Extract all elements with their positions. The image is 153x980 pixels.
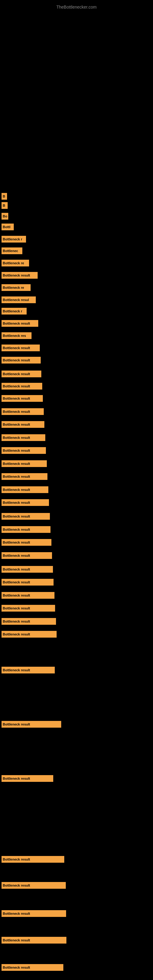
bottleneck-bar: Bottleneck result [2,499,49,506]
bottleneck-bar: Bottleneck result [2,605,55,612]
site-title: TheBottlenecker.com [56,2,97,11]
bar-row: Bottleneck r [2,308,27,315]
bar-row: Bottleneck result [2,667,55,673]
bar-row: Bottleneck result [2,605,55,612]
bottleneck-bar: Bottleneck res [2,332,32,339]
bottleneck-bar: Bottleneck result [2,320,38,327]
bar-row: Bottleneck r [2,236,26,243]
bar-label: Bo [3,215,7,218]
bottleneck-bar: Bottleneck resul [2,296,36,303]
bar-label: Bottleneck result [3,580,30,584]
bottleneck-bar: Bottleneck result [2,539,51,546]
bottleneck-bar: Bottleneck result [2,592,54,599]
bar-row: Bottleneck result [2,272,38,279]
bar-row: Bottleneck result [2,383,42,390]
bar-label: Bottleneck result [3,541,30,544]
bottleneck-bar: Bottleneck result [2,383,42,390]
bottleneck-bar: Bottleneck result [2,910,66,917]
bar-row: Bottleneck result [2,395,43,402]
bottleneck-bar: Bottleneck result [2,395,43,402]
bottleneck-bar: Bottl [2,224,14,230]
bar-row: B [2,202,8,209]
bottleneck-bar: Bottleneck result [2,434,45,441]
bottleneck-bar: Bottleneck result [2,631,57,638]
bar-label: Bottleneck result [3,501,30,504]
bar-row: Bottleneck res [2,332,32,339]
bar-label: Bottleneck resul [3,298,29,302]
bar-label: Bottlenec [3,249,18,253]
bar-row: Bottleneck resul [2,296,36,303]
bar-row: Bottleneck result [2,345,40,351]
bar-row: Bottlenec [2,247,22,254]
bar-row: Bottleneck result [2,856,64,863]
bar-label: Bottleneck result [3,358,30,362]
bar-label: Bottleneck result [3,776,30,780]
bottleneck-bar: Bottleneck result [2,513,50,520]
bottleneck-bar: Bottleneck result [2,345,40,351]
bar-row: Bottleneck result [2,618,56,625]
bar-label: Bottleneck result [3,514,30,518]
bar-label: Bottleneck result [3,528,30,531]
bar-label: B [3,194,5,198]
bar-label: Bottleneck r [3,309,22,313]
bar-label: Bottleneck result [3,606,30,610]
bar-label: Bottleneck result [3,488,30,492]
bottleneck-bar: Bottleneck result [2,856,64,863]
bottleneck-bar: Bottleneck result [2,618,56,625]
bar-label: Bottleneck re [3,261,24,265]
bottleneck-bar: Bottleneck result [2,421,45,428]
bar-row: Bottleneck re [2,260,29,266]
bar-label: Bottleneck result [3,321,30,325]
bar-row: Bottleneck re [2,284,30,291]
bar-label: Bottleneck result [3,722,30,726]
bar-label: Bottleneck result [3,384,30,388]
bar-row: Bottleneck result [2,434,45,441]
bar-label: Bottleneck res [3,334,26,337]
bar-label: Bottleneck result [3,346,30,350]
bar-label: Bottleneck result [3,939,30,942]
bar-row: Bottleneck result [2,460,47,467]
bar-row: Bottleneck result [2,631,57,638]
bar-label: Bottleneck r [3,237,22,241]
bottleneck-bar: B [2,202,8,209]
bar-label: Bottleneck result [3,620,30,623]
bottleneck-bar: Bottleneck result [2,552,52,559]
bottleneck-bar: Bottleneck r [2,308,27,315]
bottleneck-bar: Bottleneck result [2,721,61,728]
bar-row: Bottleneck result [2,371,41,377]
bar-label: Bottleneck result [3,274,30,277]
bar-label: Bottleneck result [3,462,30,466]
bar-row: Bottleneck result [2,910,66,917]
bottleneck-bar: Bottleneck result [2,447,46,454]
bar-row: Bottleneck result [2,486,48,493]
bar-label: Bottleneck result [3,410,30,414]
bottleneck-bar: Bo [2,213,8,220]
bottleneck-bar: Bottleneck result [2,486,48,493]
bottleneck-bar: Bottleneck result [2,964,63,971]
bottleneck-bar: Bottleneck result [2,272,38,279]
bar-label: B [3,204,5,207]
bar-row: Bottleneck result [2,937,66,943]
bottleneck-bar: Bottleneck result [2,357,41,364]
bottleneck-bar: Bottleneck result [2,460,47,467]
bar-label: Bottleneck result [3,858,30,861]
bar-row: Bottleneck result [2,964,63,971]
bar-row: Bottleneck result [2,552,52,559]
bottleneck-bar: Bottleneck result [2,473,48,480]
bottleneck-bar: Bottleneck result [2,526,51,533]
bar-label: Bottleneck result [3,568,30,571]
bottleneck-bar: Bottleneck r [2,236,26,243]
bar-row: Bottleneck result [2,408,44,415]
bar-label: Bottleneck result [3,423,30,426]
bar-label: Bottleneck result [3,449,30,452]
bottleneck-bar: Bottleneck result [2,775,53,782]
bar-label: Bottleneck result [3,372,30,376]
bar-row: Bottleneck result [2,721,61,728]
bar-row: Bottleneck result [2,513,50,520]
bar-row: Bottleneck result [2,473,48,480]
bar-label: Bottl [3,225,10,229]
bottleneck-bar: Bottleneck result [2,667,55,673]
bar-row: Bottleneck result [2,447,46,454]
bar-label: Bottleneck result [3,593,30,597]
bar-row: Bottleneck result [2,592,54,599]
